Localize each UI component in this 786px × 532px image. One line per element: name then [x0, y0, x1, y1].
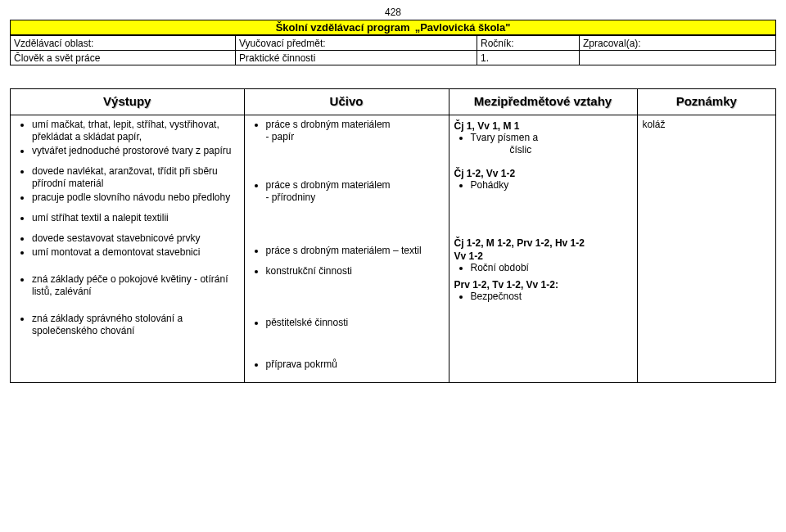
- header-table: Vzdělávací oblast: Vyučovací předmět: Ro…: [10, 35, 776, 65]
- cur-c4: konstrukční činnosti: [266, 265, 444, 277]
- cur-c2a: práce s drobným materiálem: [266, 179, 391, 191]
- cur-c2b: - přírodniny: [266, 192, 316, 203]
- hdr-r1c1: Vzdělávací oblast:: [11, 36, 236, 51]
- main-table: Výstupy Učivo Mezipředmětové vztahy Pozn…: [11, 89, 775, 382]
- curriculum-cell: práce s drobným materiálem - papír práce…: [244, 115, 449, 383]
- col-curriculum: Učivo: [244, 89, 449, 115]
- rel-r4: Prv 1-2, Tv 1-2, Vv 1-2:: [454, 279, 632, 291]
- cur-c1b: - papír: [266, 131, 295, 142]
- col-relations: Mezipředmětové vztahy: [449, 89, 637, 115]
- hdr-r2c3: 1.: [477, 51, 580, 65]
- hdr-r1c3: Ročník:: [477, 36, 580, 51]
- out-b2: vytvářet jednoduché prostorové tvary z p…: [32, 145, 239, 157]
- hdr-r1c2: Vyučovací předmět:: [236, 36, 477, 51]
- out-b4: pracuje podle slovního návodu nebo předl…: [32, 192, 239, 204]
- col-notes: Poznámky: [637, 89, 775, 115]
- cur-c3: práce s drobným materiálem – textil: [266, 245, 444, 257]
- cur-c6: příprava pokrmů: [266, 358, 444, 371]
- notes-cell: koláž: [637, 115, 775, 383]
- rel-r1b: Tvary písmen a číslic: [471, 132, 632, 156]
- rel-r1c: číslic: [471, 144, 632, 156]
- note-n1: koláž: [643, 119, 666, 130]
- rel-r3a: Čj 1-2, M 1-2, Prv 1-2, Hv 1-2: [454, 237, 632, 249]
- hdr-r2c4: [580, 51, 776, 65]
- rel-r1b-text: Tvary písmen a: [471, 132, 539, 143]
- rel-r3b: Vv 1-2: [454, 250, 632, 262]
- out-b8: zná základy péče o pokojové květiny - ot…: [32, 273, 239, 298]
- program-title-name: „Pavlovická škola": [415, 21, 511, 34]
- program-title-bar: Školní vzdělávací program „Pavlovická šk…: [10, 20, 776, 35]
- cur-c1a: práce s drobným materiálem: [266, 119, 391, 130]
- hdr-r1c4: Zpracoval(a):: [580, 36, 776, 51]
- out-b9: zná základy správného stolování a společ…: [32, 313, 239, 337]
- rel-r2b: Pohádky: [471, 179, 632, 192]
- rel-r2: Čj 1-2, Vv 1-2: [454, 168, 632, 179]
- cur-c2: práce s drobným materiálem - přírodniny: [266, 179, 444, 204]
- cur-c1: práce s drobným materiálem - papír: [266, 119, 444, 143]
- col-outputs: Výstupy: [11, 89, 244, 115]
- relations-cell: Čj 1, Vv 1, M 1 Tvary písmen a číslic Čj…: [449, 115, 637, 383]
- rel-r1: Čj 1, Vv 1, M 1: [454, 120, 632, 132]
- out-b5: umí stříhat textil a nalepit textilii: [32, 212, 239, 224]
- program-title-prefix: Školní vzdělávací program: [276, 21, 410, 34]
- hdr-r2c2: Praktické činnosti: [236, 51, 477, 65]
- page-number: 428: [10, 7, 776, 18]
- rel-r4b: Bezpečnost: [471, 291, 632, 303]
- out-b3: dovede navlékat, aranžovat, třídit při s…: [32, 165, 239, 190]
- out-b6: dovede sestavovat stavebnicové prvky: [32, 232, 239, 245]
- out-b7: umí montovat a demontovat stavebnici: [32, 246, 239, 259]
- hdr-r2c1: Člověk a svět práce: [11, 51, 236, 65]
- outputs-cell: umí mačkat, trhat, lepit, stříhat, vystř…: [11, 115, 244, 383]
- out-b1: umí mačkat, trhat, lepit, stříhat, vystř…: [32, 119, 239, 143]
- cur-c5: pěstitelské činnosti: [266, 317, 444, 329]
- rel-r3c: Roční období: [471, 262, 632, 274]
